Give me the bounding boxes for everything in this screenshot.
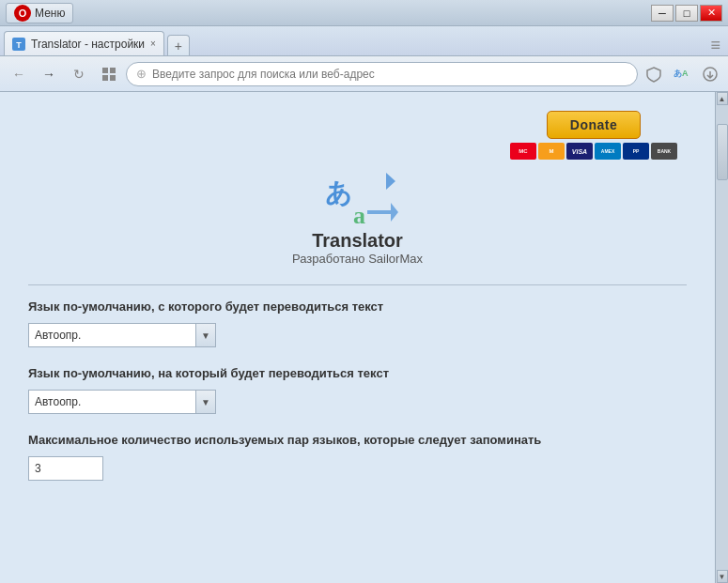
download-icon[interactable]	[698, 62, 722, 86]
address-icon: ⊕	[136, 67, 147, 81]
active-tab[interactable]: T Translator - настройки ×	[4, 31, 164, 55]
mastercard-icon: MC	[510, 143, 536, 160]
donate-area: Donate MC M VISA AMEX PP BANK	[510, 111, 677, 160]
paypal-icon: PP	[623, 143, 649, 160]
page-area: Donate MC M VISA AMEX PP BANK	[0, 92, 715, 583]
page-content: Donate MC M VISA AMEX PP BANK	[0, 92, 715, 583]
minimize-button[interactable]: ─	[651, 5, 674, 22]
section-divider	[28, 284, 687, 285]
close-button[interactable]: ✕	[700, 5, 722, 22]
target-language-section: Язык по-умолчанию, на который будет пере…	[28, 366, 687, 414]
bank-icon: BANK	[651, 143, 677, 160]
scroll-thumb[interactable]	[717, 124, 728, 180]
tab-bar: T Translator - настройки × + ≡	[0, 26, 728, 56]
amex-icon: AMEX	[595, 143, 621, 160]
new-tab-button[interactable]: +	[167, 35, 190, 55]
logo-section: あ a Translator Разработано SailorMax	[28, 169, 687, 266]
donate-section: Donate MC M VISA AMEX PP BANK	[28, 111, 687, 160]
maximize-button[interactable]: □	[675, 5, 698, 22]
scroll-down-button[interactable]: ▼	[717, 570, 728, 583]
visa-icon: VISA	[566, 143, 593, 160]
max-pairs-input[interactable]	[28, 456, 103, 481]
translator-logo: あ a	[316, 169, 400, 230]
target-language-label: Язык по-умолчанию, на который будет пере…	[28, 366, 687, 380]
payment-icons: MC M VISA AMEX PP BANK	[510, 143, 677, 160]
translate-icon[interactable]: あ A	[670, 62, 694, 86]
tab-label: Translator - настройки	[31, 38, 145, 51]
logo-title: Translator	[312, 230, 403, 252]
svg-text:a: a	[353, 202, 365, 229]
svg-text:T: T	[16, 40, 22, 50]
donate-button[interactable]: Donate	[547, 111, 641, 139]
svg-text:A: A	[682, 69, 689, 78]
address-bar[interactable]: ⊕	[126, 62, 638, 86]
max-pairs-section: Максимальное количество используемых пар…	[28, 433, 687, 481]
svg-marker-9	[363, 173, 395, 190]
shield-icon[interactable]	[642, 62, 666, 86]
browser-content: Donate MC M VISA AMEX PP BANK	[0, 92, 728, 583]
svg-rect-3	[110, 68, 116, 73]
menu-label: Меню	[35, 7, 65, 20]
scrollbar[interactable]: ▲ ▼	[715, 92, 728, 583]
address-input[interactable]	[152, 68, 627, 81]
source-language-dropdown-wrapper: Автоопр. ▼	[28, 323, 216, 347]
svg-rect-5	[110, 75, 116, 81]
svg-text:あ: あ	[325, 178, 352, 207]
svg-rect-4	[102, 75, 108, 81]
tab-close-button[interactable]: ×	[150, 38, 156, 49]
back-button[interactable]: ←	[6, 62, 32, 86]
target-language-select[interactable]: Автоопр.	[28, 390, 216, 414]
grid-icon	[101, 67, 116, 82]
forward-button[interactable]: →	[36, 62, 62, 86]
svg-text:あ: あ	[674, 69, 682, 78]
tab-icon: T	[12, 38, 25, 51]
svg-marker-12	[367, 203, 398, 222]
opera-logo: O	[14, 5, 31, 22]
max-pairs-label: Максимальное количество используемых пар…	[28, 433, 687, 447]
source-language-section: Язык по-умолчанию, с которого будет пере…	[28, 299, 687, 347]
nav-right-controls: あ A	[642, 62, 722, 86]
logo-subtitle: Разработано SailorMax	[292, 252, 423, 266]
scroll-up-button[interactable]: ▲	[717, 92, 728, 105]
reload-button[interactable]: ↻	[66, 62, 92, 86]
source-language-label: Язык по-умолчанию, с которого будет пере…	[28, 299, 687, 314]
source-language-select[interactable]: Автоопр.	[28, 323, 216, 347]
navigation-bar: ← → ↻ ⊕ あ A	[0, 56, 728, 92]
target-language-dropdown-wrapper: Автоопр. ▼	[28, 390, 216, 414]
tab-stack-button[interactable]: ≡	[710, 36, 724, 55]
grid-button[interactable]	[96, 62, 122, 86]
title-bar: O Меню ─ □ ✕	[0, 0, 728, 26]
maestro-icon: M	[538, 143, 565, 160]
menu-button[interactable]: O Меню	[6, 3, 73, 23]
svg-rect-2	[102, 68, 108, 73]
